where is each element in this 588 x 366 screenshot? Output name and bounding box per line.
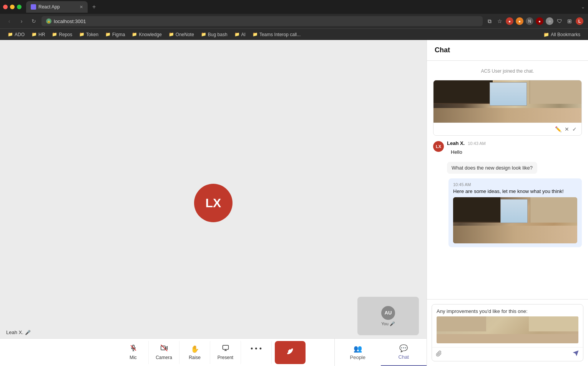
addon-dark-icon[interactable]: ● xyxy=(536,17,543,25)
address-bar: ‹ › ↻ 🔒 localhost:3001 ⧉ ☆ ● ● N ● ○ 🛡 ⊞… xyxy=(0,14,588,28)
chat-sender-avatar: LX xyxy=(433,141,444,152)
chat-message-time: 10:43 AM xyxy=(468,141,485,146)
pip-label: You 🎤 xyxy=(381,321,395,326)
tab-menu-icon[interactable]: ⌄ xyxy=(581,4,585,10)
participant-mic-off-icon: 🎤 xyxy=(25,330,31,335)
addon-red-icon[interactable]: ● xyxy=(506,17,513,25)
present-button[interactable]: Present xyxy=(210,341,241,364)
outgoing-kitchen-image xyxy=(453,197,577,243)
tab-favicon xyxy=(31,4,36,10)
participant-initials: LX xyxy=(206,196,221,210)
new-tab-button[interactable]: + xyxy=(89,3,99,10)
end-call-button[interactable] xyxy=(275,341,306,364)
bookmark-hr[interactable]: 📁 HR xyxy=(28,31,48,38)
bookmark-repos[interactable]: 📁 Repos xyxy=(49,31,75,38)
camera-button[interactable]: Camera xyxy=(149,341,179,364)
people-tab[interactable]: 👥 People xyxy=(335,339,381,366)
participant-name-label: Leah X. 🎤 xyxy=(6,329,31,335)
confirm-image-button[interactable]: ✓ xyxy=(572,126,577,132)
chat-tab-label: Chat xyxy=(399,354,409,360)
svg-rect-7 xyxy=(223,345,228,349)
outgoing-time: 10:45 AM xyxy=(453,182,577,187)
reload-button[interactable]: ↻ xyxy=(29,17,38,26)
tab-bar: React App ✕ + ⌄ xyxy=(0,0,588,14)
profile-icon[interactable]: L xyxy=(576,17,583,25)
camera-label: Camera xyxy=(156,355,172,360)
chat-header: Chat xyxy=(427,40,588,61)
forward-button[interactable]: › xyxy=(17,17,26,26)
addon-gray-icon[interactable]: N xyxy=(526,17,533,25)
chat-image-actions: ✏️ ✕ ✓ xyxy=(434,123,581,135)
chat-bubble-question: What does the new design look like? xyxy=(447,162,537,174)
raise-button[interactable]: ✋ Raise xyxy=(179,341,210,364)
tab-title: React App xyxy=(38,4,77,10)
chat-input-top[interactable]: Any improvements you'd like for this one… xyxy=(432,304,583,347)
addon-orange-icon[interactable]: ● xyxy=(516,17,523,25)
address-input[interactable]: 🔒 localhost:3001 xyxy=(42,16,483,26)
tab-end-icons: ⌄ xyxy=(581,4,585,10)
bookmark-ado[interactable]: 📁 ADO xyxy=(5,31,28,38)
extensions-icon[interactable]: ⧉ xyxy=(486,17,493,25)
minimize-traffic-light[interactable] xyxy=(10,5,15,9)
send-button[interactable] xyxy=(572,350,579,359)
bookmark-bugbash[interactable]: 📁 Bug bash xyxy=(198,31,231,38)
bookmark-figma[interactable]: 📁 Figma xyxy=(102,31,128,38)
addon-circle-icon[interactable]: ○ xyxy=(546,17,553,25)
security-icon: 🔒 xyxy=(46,18,51,24)
message-hello: LX Leah X. 10:43 AM Hello xyxy=(433,140,582,157)
pip-video: AU You 🎤 xyxy=(357,297,419,335)
people-tab-icon: 👥 xyxy=(354,344,362,353)
present-icon xyxy=(222,344,229,353)
bookmark-token[interactable]: 📁 Token xyxy=(76,31,101,38)
chat-input-area: Any improvements you'd like for this one… xyxy=(427,299,588,366)
tab-close-button[interactable]: ✕ xyxy=(80,5,83,10)
raise-icon: ✋ xyxy=(191,345,199,353)
close-traffic-light[interactable] xyxy=(3,5,8,9)
system-message: ACS User joined the chat. xyxy=(433,68,582,74)
chat-input-image xyxy=(437,316,578,343)
more-icon: • • • xyxy=(251,345,262,353)
bottom-tab-area: 👥 People 💬 Chat xyxy=(334,339,427,366)
all-bookmarks[interactable]: 📁 All Bookmarks xyxy=(540,31,583,38)
mic-icon xyxy=(130,344,137,353)
chat-sender-name: Leah X. xyxy=(447,140,465,146)
chat-input-bottom xyxy=(432,347,583,361)
browser-chrome: React App ✕ + ⌄ ‹ › ↻ 🔒 localhost:3001 ⧉… xyxy=(0,0,588,40)
outgoing-text: Here are some ideas, let me know what yo… xyxy=(453,188,577,194)
dismiss-image-button[interactable]: ✕ xyxy=(565,126,569,132)
kitchen-image-top xyxy=(434,80,581,123)
edit-image-button[interactable]: ✏️ xyxy=(555,126,561,132)
address-text: localhost:3001 xyxy=(54,18,86,24)
addon-shield-icon[interactable]: 🛡 xyxy=(556,17,563,25)
active-tab[interactable]: React App ✕ xyxy=(26,1,88,13)
chat-input-text: Any improvements you'd like for this one… xyxy=(437,308,578,314)
chat-input-container[interactable]: Any improvements you'd like for this one… xyxy=(432,304,583,361)
mic-button[interactable]: Mic xyxy=(118,341,149,364)
present-label: Present xyxy=(218,355,233,360)
chat-message-header: Leah X. 10:43 AM xyxy=(447,140,582,146)
maximize-traffic-light[interactable] xyxy=(17,5,22,9)
chat-messages: ACS User joined the chat. ✏️ ✕ ✓ xyxy=(427,61,588,299)
video-area: LX Leah X. 🎤 AU You 🎤 xyxy=(0,40,427,366)
control-bar: Mic Camera ✋ Raise xyxy=(0,338,427,366)
bookmark-teams[interactable]: 📁 Teams Interop call... xyxy=(249,31,304,38)
participant-avatar: LX xyxy=(194,184,233,222)
more-button[interactable]: • • • More xyxy=(241,341,272,364)
message-question: What does the new design look like? xyxy=(447,162,582,174)
svg-point-0 xyxy=(32,5,35,8)
bookmark-ai[interactable]: 📁 AI xyxy=(231,31,249,38)
chat-tab-icon: 💬 xyxy=(399,344,408,353)
camera-icon xyxy=(160,344,168,353)
ms-icon[interactable]: ⊞ xyxy=(566,17,573,25)
attach-button[interactable] xyxy=(436,351,442,358)
chat-image-preview: ✏️ ✕ ✓ xyxy=(433,80,582,136)
favorites-icon[interactable]: ☆ xyxy=(496,17,503,25)
bookmarks-bar: 📁 ADO 📁 HR 📁 Repos 📁 Token 📁 Figma 📁 Kno… xyxy=(0,28,588,40)
back-button[interactable]: ‹ xyxy=(5,17,14,26)
toolbar-icons: ⧉ ☆ ● ● N ● ○ 🛡 ⊞ L xyxy=(486,17,583,25)
chat-message-content: Leah X. 10:43 AM Hello xyxy=(447,140,582,157)
chat-tab[interactable]: 💬 Chat xyxy=(381,339,427,366)
bookmark-onenote[interactable]: 📁 OneNote xyxy=(166,31,197,38)
traffic-lights xyxy=(3,5,22,9)
bookmark-knowledge[interactable]: 📁 Knowledge xyxy=(129,31,164,38)
